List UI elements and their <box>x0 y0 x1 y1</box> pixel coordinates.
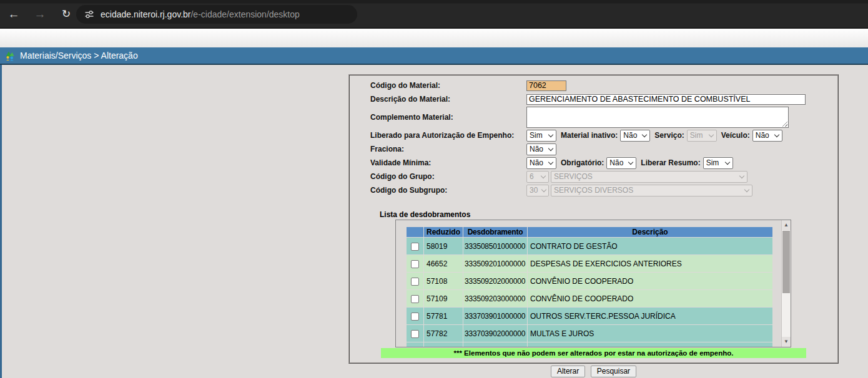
select-value: 30 <box>530 186 538 195</box>
site-info-icon[interactable] <box>84 9 94 19</box>
back-icon[interactable]: ← <box>5 6 22 23</box>
column-header-checkbox <box>407 227 423 237</box>
table-row[interactable]: 58019 333508501000000 CONTRATO DE GESTÃO <box>407 238 772 254</box>
app-header: Materiais/Serviços > Alteração <box>0 47 868 65</box>
row-checkbox[interactable] <box>411 260 419 268</box>
codigo-material-input[interactable] <box>526 80 566 91</box>
app-logo-icon <box>4 50 16 61</box>
select-value: Sim <box>706 158 719 167</box>
scroll-down-icon[interactable]: ▼ <box>782 337 791 347</box>
codigo-grupo-label: Código do Grupo: <box>370 172 526 181</box>
veiculo-select[interactable]: Não <box>752 130 782 142</box>
complemento-material-label: Complemento Material: <box>370 113 526 122</box>
liberar-resumo-select[interactable]: Sim <box>703 157 733 169</box>
grupo-name-select: SERVIÇOS <box>551 171 747 183</box>
list-container: Reduzido Desdobramento Descrição 58019 3… <box>395 220 791 347</box>
row-checkbox[interactable] <box>411 313 419 321</box>
cell-desdobramento: 333509202000000 <box>463 273 527 289</box>
validade-minima-select[interactable]: Não <box>526 157 556 169</box>
content-area: Código do Material: Descrição do Materia… <box>0 65 868 378</box>
pesquisar-button[interactable]: Pesquisar <box>591 366 636 377</box>
table-row[interactable]: 57781 333703901000000 OUTROS SERV.TERC.P… <box>407 308 772 324</box>
descricao-material-input[interactable] <box>526 94 806 105</box>
validade-minima-label: Validade Mínima: <box>370 158 526 167</box>
alterar-button[interactable]: Alterar <box>551 366 585 377</box>
grupo-code-select: 6 <box>526 171 549 183</box>
servico-select: Sim <box>687 130 717 142</box>
table-row[interactable]: 57782 333703902000000 MULTAS E JUROS <box>407 325 772 342</box>
cell-descricao: CONTRATO DE GESTÃO <box>528 238 772 254</box>
select-value: Não <box>530 158 543 167</box>
select-value: Não <box>756 131 769 140</box>
cell-descricao <box>528 342 772 347</box>
select-value: Não <box>623 131 637 140</box>
forward-icon[interactable]: → <box>31 6 49 23</box>
veiculo-label: Veículo: <box>721 131 750 140</box>
list-body: 58019 333508501000000 CONTRATO DE GESTÃO… <box>407 238 772 347</box>
chevron-down-icon <box>548 159 553 164</box>
cell-reduzido: 57781 <box>424 308 463 324</box>
row-checkbox[interactable] <box>411 278 419 286</box>
cell-desdobramento: 333703901000000 <box>463 308 527 324</box>
select-value: Não <box>530 145 543 153</box>
chevron-down-icon <box>724 159 729 164</box>
table-row[interactable]: 46652 333509201000000 DESPESAS DE EXERCI… <box>407 255 772 272</box>
select-value: Não <box>609 158 623 167</box>
chevron-down-icon <box>548 145 553 150</box>
obrigatorio-label: Obrigatório: <box>561 158 604 167</box>
chevron-down-icon <box>744 187 749 191</box>
subgrupo-code-select: 30 <box>526 185 549 196</box>
reload-icon[interactable]: ↻ <box>57 6 75 23</box>
column-header-reduzido: Reduzido <box>424 227 463 237</box>
url-path: /e-cidade/extension/desktop <box>190 9 299 19</box>
address-bar[interactable]: ecidade.niteroi.rj.gov.br/e-cidade/exten… <box>76 5 357 24</box>
url-text: ecidade.niteroi.rj.gov.br/e-cidade/exten… <box>101 9 300 19</box>
desdobramentos-table: Reduzido Desdobramento Descrição 58019 3… <box>406 226 773 347</box>
cell-descricao: CONVÊNIO DE COOPERADO <box>528 273 772 289</box>
url-domain: ecidade.niteroi.rj.gov.br <box>101 9 190 19</box>
table-row[interactable]: 57109 333509203000000 CONVÊNIO DE COOPER… <box>407 290 772 307</box>
table-row[interactable] <box>407 342 772 347</box>
cell-reduzido: 58019 <box>424 238 463 254</box>
chevron-down-icon <box>739 173 744 178</box>
liberado-empenho-select[interactable]: Sim <box>526 130 556 142</box>
cell-descricao: DESPESAS DE EXERCICIOS ANTERIORES <box>528 255 772 272</box>
select-value: Sim <box>530 131 543 140</box>
cell-descricao: CONVÊNIO DE COOPERADO <box>528 290 772 307</box>
cell-reduzido <box>424 342 463 347</box>
liberar-resumo-label: Liberar Resumo: <box>641 158 700 167</box>
row-checkbox[interactable] <box>411 295 419 303</box>
column-header-descricao: Descrição <box>528 227 772 237</box>
cell-reduzido: 46652 <box>424 255 463 272</box>
chevron-down-icon <box>642 132 647 137</box>
breadcrumb-title: Materiais/Serviços > Alteração <box>20 51 138 61</box>
row-checkbox[interactable] <box>411 243 419 251</box>
chevron-down-icon <box>628 159 633 164</box>
scroll-up-icon[interactable]: ▲ <box>782 220 791 230</box>
cell-desdobramento: 333509203000000 <box>463 290 527 307</box>
cell-descricao: OUTROS SERV.TERC.PESSOA JURÍDICA <box>528 308 772 324</box>
list-scrollbar[interactable]: ▲ ▼ <box>781 220 791 347</box>
cell-desdobramento: 333509201000000 <box>463 255 527 272</box>
select-value: 6 <box>530 172 534 181</box>
chevron-down-icon <box>774 132 779 137</box>
complemento-material-textarea[interactable] <box>526 107 789 128</box>
liberado-empenho-label: Liberado para Autorização de Empenho: <box>370 131 526 140</box>
obrigatorio-select[interactable]: Não <box>606 157 636 169</box>
select-value: SERVIÇOS <box>554 172 593 181</box>
codigo-subgrupo-label: Código do Subgrupo: <box>370 186 526 195</box>
table-row[interactable]: 57108 333509202000000 CONVÊNIO DE COOPER… <box>407 273 772 289</box>
scroll-thumb[interactable] <box>782 231 790 293</box>
fraciona-select[interactable]: Não <box>526 143 556 155</box>
chevron-down-icon <box>548 132 553 137</box>
form-panel: Código do Material: Descrição do Materia… <box>348 74 839 364</box>
material-inativo-select[interactable]: Não <box>620 130 650 142</box>
cell-reduzido: 57108 <box>424 273 463 289</box>
descricao-material-label: Descrição do Material: <box>370 95 526 104</box>
select-value: SERVIÇOS DIVERSOS <box>554 186 633 195</box>
row-checkbox[interactable] <box>411 330 419 338</box>
browser-toolbar: ← → ↻ ecidade.niteroi.rj.gov.br/e-cidade… <box>0 0 868 29</box>
cell-reduzido: 57109 <box>424 290 463 307</box>
list-title: Lista de desdobramentos <box>380 210 470 219</box>
chevron-down-icon <box>541 187 546 191</box>
